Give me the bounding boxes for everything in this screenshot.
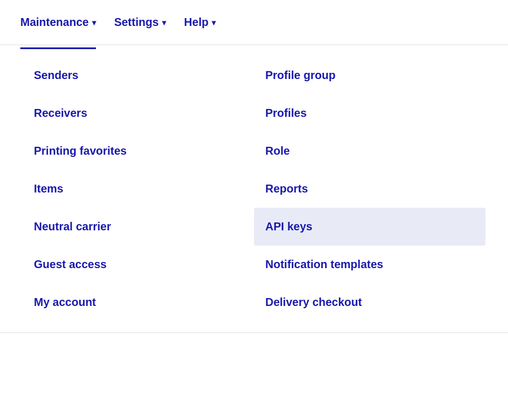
dropdown-right-col: Profile group Profiles Role Reports API … [254, 56, 485, 321]
menu-printing-favorites[interactable]: Printing favorites [23, 132, 254, 170]
dropdown-menu: Senders Receivers Printing favorites Ite… [0, 45, 508, 333]
menu-guest-access[interactable]: Guest access [23, 246, 254, 283]
nav-settings-label: Settings [114, 16, 159, 29]
menu-reports[interactable]: Reports [254, 170, 485, 208]
chevron-down-icon: ▾ [92, 18, 96, 27]
chevron-down-icon: ▾ [162, 18, 166, 27]
dropdown-left-col: Senders Receivers Printing favorites Ite… [23, 56, 254, 321]
menu-delivery-checkout[interactable]: Delivery checkout [254, 283, 485, 321]
menu-profiles[interactable]: Profiles [254, 94, 485, 132]
menu-receivers[interactable]: Receivers [23, 94, 254, 132]
menu-senders[interactable]: Senders [23, 56, 254, 94]
nav-help-label: Help [184, 16, 208, 29]
menu-neutral-carrier[interactable]: Neutral carrier [23, 208, 254, 246]
menu-items[interactable]: Items [23, 170, 254, 208]
nav-maintenance-label: Maintenance [20, 16, 89, 29]
menu-notification-templates[interactable]: Notification templates [254, 246, 485, 283]
menu-role[interactable]: Role [254, 132, 485, 170]
menu-api-keys[interactable]: API keys [254, 208, 485, 246]
nav-settings[interactable]: Settings ▾ [105, 11, 175, 33]
nav-maintenance[interactable]: Maintenance ▾ [11, 11, 105, 33]
navbar: Maintenance ▾ Settings ▾ Help ▾ [0, 0, 508, 45]
menu-profile-group[interactable]: Profile group [254, 56, 485, 94]
menu-my-account[interactable]: My account [23, 283, 254, 321]
nav-help[interactable]: Help ▾ [175, 11, 225, 33]
chevron-down-icon: ▾ [212, 18, 216, 27]
